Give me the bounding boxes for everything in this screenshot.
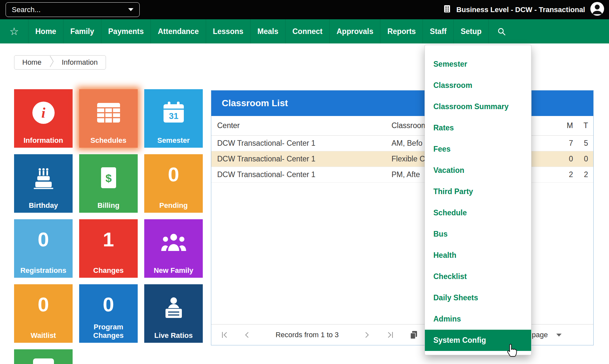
tile-label: Program Changes (81, 323, 136, 339)
menu-item-checklist[interactable]: Checklist (425, 266, 531, 287)
cell-t: 2 (573, 170, 593, 179)
tile-label: Waitlist (16, 331, 71, 339)
tile-billing[interactable]: $ Billing (79, 154, 138, 213)
per-page-label: page (532, 324, 548, 345)
billing-icon: $ (79, 159, 138, 196)
nav-item-family[interactable]: Family (63, 19, 101, 43)
menu-item-health[interactable]: Health (425, 245, 531, 266)
column-m: M (550, 121, 573, 130)
cell-center: DCW Transactional- Center 1 (211, 170, 392, 179)
menu-item-classroom-summary[interactable]: Classroom Summary (425, 96, 531, 117)
setup-dropdown-menu: Semester Classroom Classroom Summary Rat… (425, 45, 531, 355)
nav-item-connect[interactable]: Connect (285, 19, 329, 43)
changes-count: 1 (79, 228, 138, 251)
live-ratios-icon (144, 290, 203, 326)
user-avatar[interactable] (590, 2, 604, 18)
nav-item-payments[interactable]: Payments (101, 19, 151, 43)
cell-m: 7 (550, 139, 573, 148)
global-search-input[interactable]: Search... (6, 2, 140, 17)
menu-item-system-config[interactable]: System Config (425, 330, 531, 351)
breadcrumb-home[interactable]: Home (14, 56, 49, 69)
tile-new-family[interactable]: New Family (144, 219, 203, 278)
tile-live-ratios[interactable]: Live Ratios (144, 284, 203, 343)
nav-item-setup[interactable]: Setup (453, 19, 488, 43)
copy-pages-icon[interactable] (409, 324, 418, 345)
chevron-down-icon (128, 8, 133, 11)
menu-item-third-party[interactable]: Third Party (425, 181, 531, 202)
cell-center: DCW Transactional- Center 1 (211, 155, 392, 163)
info-icon: i (14, 94, 73, 131)
app-canvas: Search... Business Level - DCW - Transac… (0, 0, 609, 364)
chevron-down-icon (556, 334, 562, 337)
tile-label: Information (16, 136, 71, 144)
cell-t: 0 (573, 155, 593, 163)
next-page-button[interactable] (364, 324, 370, 345)
table-header: Center Classroom M T (211, 116, 593, 136)
calendar-31-icon: 31 (144, 94, 203, 131)
svg-text:$: $ (105, 172, 112, 184)
cell-m: 0 (550, 155, 573, 163)
menu-item-fees[interactable]: Fees (425, 139, 531, 160)
partial-tile-icon (33, 358, 54, 364)
tile-information[interactable]: i Information (14, 89, 73, 148)
menu-item-vacation[interactable]: Vacation (425, 160, 531, 181)
menu-item-schedule[interactable]: Schedule (425, 202, 531, 223)
last-page-button[interactable] (387, 324, 394, 345)
tile-program-changes[interactable]: 0 Program Changes (79, 284, 138, 343)
main-nav: ☆ Home Family Payments Attendance Lesson… (0, 19, 609, 43)
records-range-label: Records from 1 to 3 (248, 324, 366, 345)
menu-item-classroom[interactable]: Classroom (425, 75, 531, 96)
paginator: Records from 1 to 3 page (211, 324, 593, 345)
tile-pending[interactable]: 0 Pending (144, 154, 203, 213)
menu-item-admins[interactable]: Admins (425, 308, 531, 330)
family-icon (144, 224, 203, 261)
top-bar: Search... Business Level - DCW - Transac… (0, 0, 609, 19)
tile-label: Live Ratios (146, 331, 201, 339)
tile-birthday[interactable]: Birthday (14, 154, 73, 213)
nav-item-meals[interactable]: Meals (250, 19, 285, 43)
tile-label: Registrations (16, 266, 71, 274)
table-row[interactable]: DCW Transactional- Center 1 AM, Befo 7 5 (211, 136, 593, 151)
table-row-selected[interactable]: DCW Transactional- Center 1 Flexible C 0… (211, 151, 593, 167)
tile-label: New Family (146, 266, 201, 274)
building-icon (443, 5, 451, 15)
table-row[interactable]: DCW Transactional- Center 1 PM, Afte 2 2 (211, 167, 593, 183)
nav-item-lessons[interactable]: Lessons (206, 19, 250, 43)
panel-title: Classroom List (222, 98, 288, 108)
nav-item-home[interactable]: Home (28, 19, 63, 43)
menu-item-bus[interactable]: Bus (425, 223, 531, 245)
tile-label: Changes (81, 266, 136, 274)
per-page-dropdown[interactable] (556, 324, 562, 345)
program-changes-count: 0 (79, 293, 138, 316)
search-placeholder: Search... (12, 6, 41, 14)
breadcrumb: Home Information (14, 55, 106, 70)
tile-schedules[interactable]: Schedules (79, 89, 138, 148)
classroom-list-panel: Classroom List Center Classroom M T DCW … (211, 90, 594, 345)
nav-item-reports[interactable]: Reports (380, 19, 423, 43)
column-t: T (573, 121, 593, 130)
cell-t: 5 (573, 139, 593, 148)
business-level-label: Business Level - DCW - Transactional (456, 6, 585, 14)
tile-waitlist[interactable]: 0 Waitlist (14, 284, 73, 343)
column-center: Center (211, 121, 392, 130)
tile-label: Schedules (81, 136, 136, 144)
cell-m: 2 (550, 170, 573, 179)
nav-item-staff[interactable]: Staff (423, 19, 453, 43)
nav-search-icon[interactable] (488, 19, 514, 43)
cell-center: DCW Transactional- Center 1 (211, 139, 392, 148)
menu-item-semester[interactable]: Semester (425, 54, 531, 75)
tile-partial-bottom[interactable] (14, 349, 73, 364)
tile-changes[interactable]: 1 Changes (79, 219, 138, 278)
menu-item-rates[interactable]: Rates (425, 117, 531, 139)
tile-registrations[interactable]: 0 Registrations (14, 219, 73, 278)
tile-semester[interactable]: 31 Semester (144, 89, 203, 148)
nav-item-approvals[interactable]: Approvals (329, 19, 380, 43)
menu-item-daily-sheets[interactable]: Daily Sheets (425, 287, 531, 308)
first-page-button[interactable] (221, 324, 228, 345)
favorites-star-icon[interactable]: ☆ (0, 19, 28, 43)
panel-header: Classroom List (211, 91, 593, 116)
breadcrumb-current[interactable]: Information (54, 56, 106, 69)
nav-item-attendance[interactable]: Attendance (150, 19, 205, 43)
tile-label: Pending (146, 201, 201, 209)
registrations-count: 0 (14, 228, 73, 251)
